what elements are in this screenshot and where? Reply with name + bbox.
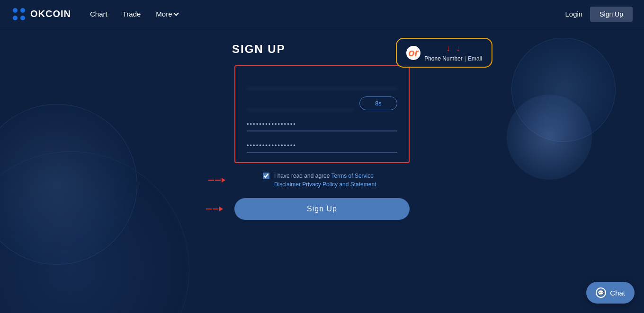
nav-more[interactable]: More [156, 10, 178, 18]
agree-text-block: I have read and agree Terms of Service D… [274, 172, 376, 189]
verification-code-input[interactable] [247, 97, 354, 110]
chat-icon-symbol: 💬 [598, 290, 604, 296]
toggle-labels: Phone Number | Email [424, 55, 482, 62]
svg-point-0 [13, 8, 18, 13]
chat-label: Chat [610, 289, 625, 297]
confirm-password-field-wrapper: •••••••••••••••• [247, 139, 397, 153]
main-content: or ↓ ↓ Phone Number | Email SIGN UP [0, 28, 644, 313]
logo-area[interactable]: OKCOIN [11, 7, 71, 22]
email-input[interactable] [247, 76, 397, 89]
email-label[interactable]: Email [468, 55, 482, 62]
nav-trade[interactable]: Trade [123, 10, 141, 18]
nav-links: Chart Trade More [90, 10, 565, 18]
password-dots: •••••••••••••••• [247, 118, 397, 131]
verify-button[interactable]: 8s [359, 96, 397, 110]
okcoin-logo-icon [11, 7, 27, 22]
svg-point-2 [13, 16, 18, 20]
arrow-right-icon [222, 178, 225, 183]
toggle-divider: | [465, 55, 466, 62]
signup-button-area: Sign Up [234, 198, 410, 220]
dash2 [215, 180, 221, 181]
phone-number-label[interactable]: Phone Number [424, 55, 463, 62]
disclaimer-link[interactable]: Disclaimer [274, 181, 301, 188]
code-field-row: 8s [247, 96, 397, 110]
agree-checkbox[interactable] [263, 173, 269, 179]
dashed-arrow-button [206, 207, 223, 211]
agree-area: I have read and agree Terms of Service D… [234, 172, 410, 189]
svg-point-3 [20, 16, 25, 20]
or-badge: or [406, 46, 420, 60]
svg-point-1 [20, 8, 25, 13]
password-field-wrapper: •••••••••••••••• [247, 118, 397, 131]
button-arrow-indicator [206, 207, 223, 211]
btn-dash1 [206, 209, 212, 209]
toggle-arrows: ↓ ↓ [446, 43, 460, 53]
toggle-options: ↓ ↓ Phone Number | Email [424, 43, 482, 62]
terms-of-service-link[interactable]: Terms of Service [331, 173, 374, 179]
chevron-down-icon [173, 10, 179, 16]
dash1 [208, 180, 214, 181]
nav-chart[interactable]: Chart [90, 10, 107, 18]
arrow-phone-icon: ↓ [446, 43, 450, 53]
logo-text: OKCOIN [30, 9, 71, 19]
email-field-wrapper [247, 76, 397, 89]
btn-arrow-right-icon [219, 207, 223, 211]
nav-auth: Login Sign Up [565, 7, 633, 22]
agree-prefix: I have read and agree [274, 173, 330, 179]
chat-icon: 💬 [596, 287, 606, 298]
toggle-box[interactable]: or ↓ ↓ Phone Number | Email [396, 38, 492, 68]
signup-nav-button[interactable]: Sign Up [590, 7, 633, 22]
navbar: OKCOIN Chart Trade More Login Sign Up [0, 0, 644, 28]
chat-button[interactable]: 💬 Chat [586, 282, 635, 304]
privacy-policy-link[interactable]: Privacy Policy and Statement [302, 181, 376, 188]
arrow-email-icon: ↓ [456, 43, 460, 53]
form-box: 8s •••••••••••••••• •••••••••••••••• [234, 65, 410, 163]
submit-signup-button[interactable]: Sign Up [234, 198, 410, 220]
dashed-arrow-checkbox [208, 178, 225, 183]
confirm-password-dots: •••••••••••••••• [247, 139, 397, 152]
checkbox-arrow-indicator [208, 178, 225, 183]
signup-area: or ↓ ↓ Phone Number | Email SIGN UP [232, 43, 412, 220]
login-button[interactable]: Login [565, 10, 582, 18]
signup-title: SIGN UP [232, 43, 286, 56]
btn-dash2 [213, 209, 218, 209]
nav-more-label: More [156, 10, 172, 18]
